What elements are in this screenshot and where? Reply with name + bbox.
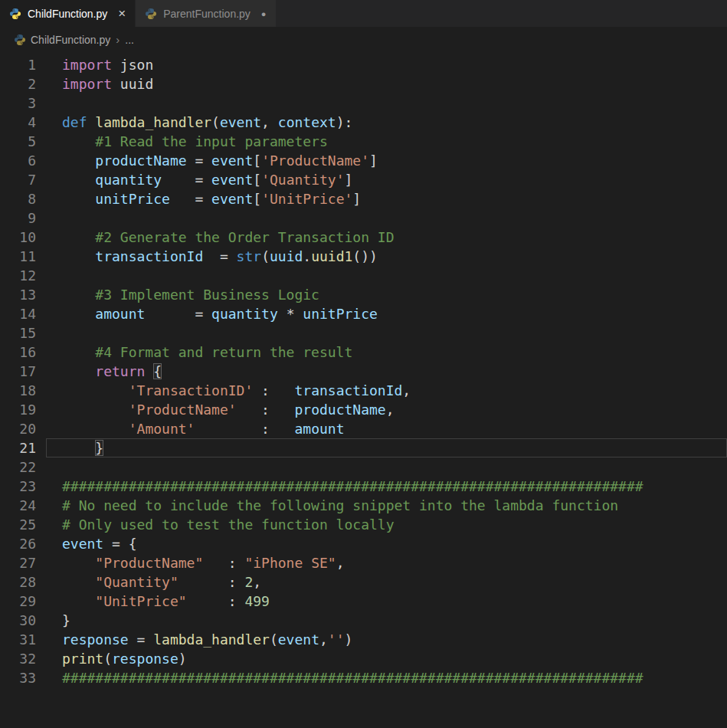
line-number: 2 [0,74,36,93]
code-line-content[interactable]: # No need to include the following snipp… [46,496,727,515]
code-line[interactable]: 10 #2 Generate the Order Transaction ID [0,228,727,247]
code-line[interactable]: 1import json [0,55,727,74]
code-line[interactable]: 21 } [0,438,727,457]
code-token: = [162,172,211,188]
code-line-content[interactable]: amount = quantity * unitPrice [46,304,727,323]
code-token: ): [336,114,353,130]
code-line-content[interactable] [46,266,727,285]
code-line-content[interactable]: "UnitPrice" : 499 [46,592,727,611]
code-token: event [211,152,253,169]
code-line[interactable]: 9 [0,208,727,228]
code-token: ] [369,152,378,169]
code-token: "ProductName" [95,555,203,571]
code-line[interactable]: 6 productName = event['ProductName'] [0,151,727,170]
code-line[interactable]: 17 return { [0,362,727,381]
code-token: quantity [211,306,278,322]
line-number: 16 [0,343,36,362]
code-line-content[interactable]: #3 Implement Business Logic [46,285,727,304]
python-file-icon [14,34,26,46]
modified-dot-icon[interactable]: ● [261,9,267,18]
code-line[interactable]: 31response = lambda_handler(event,'') [0,630,727,649]
code-token: , [261,114,278,130]
line-number: 25 [0,515,36,534]
code-line-content[interactable]: "Quantity" : 2, [46,572,727,592]
code-line-content[interactable]: transactionId = str(uuid.uuid1()) [46,247,727,266]
code-token: event [220,114,261,130]
code-token: #2 Generate the Order Transaction ID [62,229,394,245]
code-line-content[interactable] [46,208,727,228]
code-line-content[interactable]: event = { [46,534,727,553]
code-line-content[interactable]: def lambda_handler(event, context): [46,113,727,132]
code-token: * [278,306,303,322]
code-line[interactable]: 3 [0,93,727,113]
code-line[interactable]: 27 "ProductName" : "iPhone SE", [0,553,727,572]
line-number: 23 [0,477,36,496]
code-line[interactable]: 12 [0,266,727,285]
code-line-content[interactable]: import uuid [46,74,727,93]
code-line[interactable]: 22 [0,457,727,477]
code-line-content[interactable]: 'ProductName' : productName, [46,400,727,419]
code-line-content[interactable]: ########################################… [46,477,727,496]
code-line-content[interactable]: } [46,438,727,457]
code-line[interactable]: 8 unitPrice = event['UnitPrice'] [0,189,727,208]
code-line-content[interactable]: print(response) [46,649,727,668]
code-line[interactable]: 29 "UnitPrice" : 499 [0,592,727,611]
code-line-content[interactable]: unitPrice = event['UnitPrice'] [46,189,727,208]
code-token: , [253,574,261,590]
code-line-content[interactable]: 'TransactionID' : transactionId, [46,381,727,400]
code-line[interactable]: 2import uuid [0,74,727,93]
code-token: 'Amount' [129,421,195,437]
code-line[interactable]: 11 transactionId = str(uuid.uuid1()) [0,247,727,266]
code-line-content[interactable]: #4 Format and return the result [46,343,727,362]
code-line[interactable]: 5 #1 Read the input parameters [0,132,727,151]
code-line-content[interactable]: productName = event['ProductName'] [46,151,727,170]
code-line[interactable]: 25# Only used to test the function local… [0,515,727,534]
code-line-content[interactable]: "ProductName" : "iPhone SE", [46,553,727,572]
code-token [145,363,153,379]
code-line[interactable]: 33######################################… [0,668,727,687]
code-line-content[interactable]: } [46,611,727,630]
code-editor[interactable]: 1import json2import uuid34def lambda_han… [0,52,727,687]
breadcrumb[interactable]: ChildFunction.py › ... [0,27,727,52]
code-line-content[interactable] [46,457,727,477]
code-line[interactable]: 28 "Quantity" : 2, [0,572,727,592]
close-icon[interactable]: × [118,7,126,20]
code-line[interactable]: 24# No need to include the following sni… [0,496,727,515]
code-token: response [62,631,129,648]
code-line[interactable]: 32print(response) [0,649,727,668]
breadcrumb-ellipsis[interactable]: ... [125,34,134,46]
code-line-content[interactable]: # Only used to test the function locally [46,515,727,534]
code-line-content[interactable]: quantity = event['Quantity'] [46,170,727,189]
code-line[interactable]: 16 #4 Format and return the result [0,343,727,362]
code-line[interactable]: 15 [0,323,727,343]
line-number: 18 [0,381,36,400]
code-line-content[interactable]: #1 Read the input parameters [46,132,727,151]
breadcrumb-file[interactable]: ChildFunction.py [31,34,110,46]
code-line-content[interactable]: import json [46,55,727,74]
code-line-content[interactable]: return { [46,362,727,381]
code-token: 499 [244,593,270,609]
code-line[interactable]: 14 amount = quantity * unitPrice [0,304,727,323]
code-token: uuid [270,248,303,264]
code-line[interactable]: 18 'TransactionID' : transactionId, [0,381,727,400]
code-token: import [62,57,112,73]
code-line-content[interactable]: response = lambda_handler(event,'') [46,630,727,649]
code-line[interactable]: 19 'ProductName' : productName, [0,400,727,419]
code-line[interactable]: 7 quantity = event['Quantity'] [0,170,727,189]
code-token: = [145,306,211,322]
tab-childfunction[interactable]: ChildFunction.py × [0,0,135,27]
code-line[interactable]: 30} [0,611,727,630]
code-line-content[interactable]: 'Amount' : amount [46,419,727,438]
code-line-content[interactable] [46,93,727,113]
line-number: 28 [0,572,36,592]
code-line-content[interactable]: #2 Generate the Order Transaction ID [46,228,727,247]
code-line-content[interactable] [46,323,727,343]
code-line[interactable]: 23######################################… [0,477,727,496]
code-line[interactable]: 13 #3 Implement Business Logic [0,285,727,304]
tab-parentfunction[interactable]: ParentFunction.py ● [135,0,275,27]
code-line[interactable]: 4def lambda_handler(event, context): [0,113,727,132]
code-line-content[interactable]: ########################################… [46,668,727,687]
code-line[interactable]: 20 'Amount' : amount [0,419,727,438]
code-token: [ [253,152,261,169]
code-line[interactable]: 26event = { [0,534,727,553]
